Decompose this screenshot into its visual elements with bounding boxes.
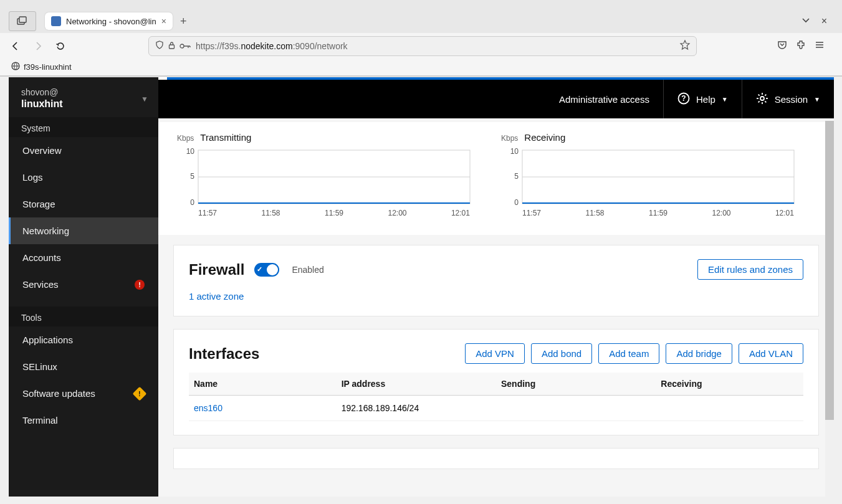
- forward-button[interactable]: [29, 37, 47, 55]
- sidebar-item-software-updates[interactable]: Software updates!: [9, 380, 158, 407]
- interface-ip: 192.168.189.146/24: [337, 396, 496, 421]
- url-prefix: https://f39s.: [196, 41, 241, 51]
- tabs-dropdown-icon[interactable]: [801, 16, 810, 27]
- toggle-knob: [267, 264, 278, 275]
- sidebar-item-accounts[interactable]: Accounts: [9, 244, 158, 271]
- firewall-card: Firewall ✓ Enabled Edit rules and zones …: [173, 245, 819, 316]
- chart-svg: 10 5 0: [173, 145, 472, 207]
- svg-rect-2: [170, 45, 175, 49]
- col-ip: IP address: [337, 373, 496, 396]
- chart-svg: 10 5 0: [497, 145, 797, 207]
- scrollbar-track[interactable]: [825, 121, 834, 497]
- scrollbar-thumb[interactable]: [825, 121, 834, 420]
- add-vpn-button[interactable]: Add VPN: [465, 343, 525, 364]
- chart-receiving: Kbps Receiving 10 5 0 11:57 11:58: [497, 132, 797, 217]
- svg-line-15: [765, 94, 766, 95]
- svg-point-7: [760, 97, 764, 100]
- administrative-access-button[interactable]: Administrative access: [545, 80, 663, 118]
- back-button[interactable]: [6, 37, 25, 55]
- bookmark-star-icon[interactable]: [680, 40, 690, 52]
- sidebar-user-name: shovon@: [21, 87, 146, 97]
- col-sending: Sending: [496, 373, 656, 396]
- chart-title: Receiving: [524, 132, 565, 143]
- globe-icon: [11, 62, 20, 72]
- window-title-bar: [0, 0, 842, 9]
- sidebar-item-label: Storage: [22, 199, 55, 209]
- browser-toolbar: https://f39s.nodekite.com:9090/network: [0, 33, 842, 59]
- topbar-label: Administrative access: [559, 94, 649, 105]
- sidebar-section-tools: Tools: [9, 307, 158, 326]
- xtick-label: 12:01: [775, 209, 794, 217]
- error-badge-icon: !: [135, 280, 145, 290]
- network-logs-card-partial: [173, 448, 819, 469]
- key-icon: [179, 41, 191, 51]
- tab-bar: Networking - shovon@lin × + ×: [0, 9, 842, 33]
- extensions-icon[interactable]: [796, 40, 806, 52]
- firewall-toggle[interactable]: ✓: [254, 263, 279, 277]
- table-row[interactable]: ens160 192.168.189.146/24: [189, 396, 803, 421]
- xtick-label: 12:01: [451, 209, 470, 217]
- topbar-label: Help: [696, 94, 715, 105]
- gear-icon: [756, 92, 768, 107]
- sidebar-item-label: Software updates: [22, 388, 95, 399]
- url-bar[interactable]: https://f39s.nodekite.com:9090/network: [148, 36, 697, 56]
- browser-tab[interactable]: Networking - shovon@lin ×: [45, 12, 173, 30]
- pocket-icon[interactable]: [777, 40, 787, 52]
- chart-title: Transmitting: [200, 132, 251, 143]
- sidebar-item-label: Overview: [22, 145, 62, 156]
- sidebar: shovon@ linuxhint ▼ System Overview Logs…: [9, 77, 158, 497]
- svg-point-3: [180, 44, 184, 48]
- accent-bar: [167, 77, 834, 80]
- svg-line-14: [758, 101, 759, 102]
- help-icon: ?: [677, 92, 690, 107]
- col-receiving: Receiving: [656, 373, 803, 396]
- sidebar-item-storage[interactable]: Storage: [9, 191, 158, 217]
- topbar-label: Session: [775, 94, 808, 105]
- sidebar-item-overview[interactable]: Overview: [9, 137, 158, 164]
- url-host: nodekite.com: [241, 41, 292, 51]
- menu-icon[interactable]: [815, 40, 825, 52]
- sidebar-item-terminal[interactable]: Terminal: [9, 407, 158, 434]
- caret-down-icon: ▼: [814, 96, 820, 103]
- xtick-label: 11:57: [198, 209, 217, 217]
- chart-xaxis: 11:57 11:58 11:59 12:00 12:01: [497, 207, 794, 217]
- window-close-icon[interactable]: ×: [821, 16, 827, 27]
- tab-close-icon[interactable]: ×: [161, 16, 166, 26]
- col-name: Name: [189, 373, 337, 396]
- caret-down-icon: ▼: [722, 96, 728, 103]
- check-icon: ✓: [257, 265, 262, 273]
- sidebar-item-selinux[interactable]: SELinux: [9, 353, 158, 380]
- content-scroll[interactable]: Kbps Transmitting 10 5 0 11:57 11:58: [158, 118, 834, 497]
- bookmark-item[interactable]: f39s-linuxhint: [24, 62, 72, 72]
- sidebar-host-name: linuxhint: [21, 98, 146, 110]
- cockpit-app: shovon@ linuxhint ▼ System Overview Logs…: [9, 77, 834, 497]
- sidebar-item-services[interactable]: Services!: [9, 271, 158, 298]
- active-zone-link[interactable]: 1 active zone: [189, 291, 244, 302]
- session-dropdown[interactable]: Session ▼: [742, 80, 834, 118]
- edit-rules-button[interactable]: Edit rules and zones: [697, 259, 803, 280]
- xtick-label: 12:00: [712, 209, 730, 217]
- add-team-button[interactable]: Add team: [598, 343, 659, 364]
- network-charts-row: Kbps Transmitting 10 5 0 11:57 11:58: [158, 122, 834, 235]
- reload-button[interactable]: [51, 37, 70, 55]
- add-bridge-button[interactable]: Add bridge: [666, 343, 732, 364]
- main-panel: Administrative access ? Help ▼ Session ▼…: [158, 80, 834, 497]
- sidebar-item-logs[interactable]: Logs: [9, 164, 158, 191]
- add-vlan-button[interactable]: Add VLAN: [739, 343, 803, 364]
- bookmarks-bar: f39s-linuxhint: [0, 59, 842, 76]
- sidebar-item-label: Logs: [22, 172, 43, 183]
- xtick-label: 11:59: [325, 209, 343, 217]
- firewall-title: Firewall: [189, 261, 244, 278]
- svg-line-12: [758, 94, 759, 95]
- sidebar-item-applications[interactable]: Applications: [9, 326, 158, 353]
- sidebar-item-label: SELinux: [22, 361, 57, 372]
- new-tab-button[interactable]: +: [180, 15, 187, 28]
- recent-tabs-button[interactable]: [9, 11, 36, 31]
- add-bond-button[interactable]: Add bond: [531, 343, 592, 364]
- sidebar-user-dropdown[interactable]: shovon@ linuxhint ▼: [9, 77, 158, 117]
- help-dropdown[interactable]: ? Help ▼: [663, 80, 742, 118]
- sidebar-item-networking[interactable]: Networking: [9, 217, 158, 244]
- interface-link[interactable]: ens160: [194, 403, 222, 413]
- sidebar-section-system: System: [9, 117, 158, 137]
- table-header-row: Name IP address Sending Receiving: [189, 373, 803, 396]
